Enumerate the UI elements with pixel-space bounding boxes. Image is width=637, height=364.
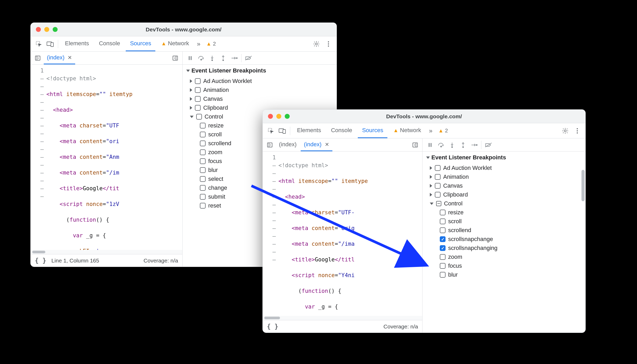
pretty-print-icon[interactable]: { } [35, 257, 46, 264]
bp-event-row[interactable]: scrollsnapchanging [422, 244, 585, 253]
breakpoints-panel[interactable]: Event Listener Breakpoints Ad Auction Wo… [422, 152, 585, 333]
code-editor[interactable]: 1––––––––––––– <!doctype html> <html ite… [263, 152, 422, 320]
checkbox[interactable] [440, 263, 446, 269]
step-out-icon[interactable] [458, 140, 468, 150]
step-into-icon[interactable] [447, 140, 457, 150]
bp-event-row[interactable]: scrollsnapchange [422, 235, 585, 244]
settings-gear-icon[interactable] [560, 126, 570, 136]
bp-category-row[interactable]: Canvas [422, 181, 585, 190]
tab-elements[interactable]: Elements [61, 36, 93, 51]
minimize-window-icon[interactable] [44, 27, 49, 32]
bp-category-row[interactable]: Control [422, 199, 585, 208]
checkbox[interactable] [435, 192, 441, 198]
checkbox[interactable] [440, 254, 446, 260]
close-window-icon[interactable] [268, 114, 273, 119]
more-tabs-chevron-icon[interactable]: » [427, 127, 435, 135]
checkbox[interactable] [435, 174, 441, 180]
horizontal-scrollbar[interactable] [263, 316, 422, 320]
checkbox[interactable] [435, 183, 441, 189]
checkbox-checked[interactable] [440, 245, 446, 251]
bp-event-row[interactable]: scrollend [422, 226, 585, 235]
checkbox[interactable] [200, 203, 206, 209]
bp-category-row[interactable]: Ad Auction Worklet [422, 164, 585, 172]
close-icon[interactable]: ✕ [68, 54, 72, 61]
checkbox[interactable] [200, 167, 206, 173]
device-toggle-icon[interactable] [45, 39, 55, 49]
checkbox[interactable] [200, 194, 206, 200]
bp-category-row[interactable]: Animation [183, 86, 337, 94]
kebab-menu-icon[interactable] [572, 126, 582, 136]
checkbox[interactable] [200, 185, 206, 191]
checkbox[interactable] [440, 219, 446, 224]
pause-icon[interactable] [185, 53, 195, 63]
checkbox[interactable] [196, 114, 202, 120]
checkbox[interactable] [195, 96, 201, 102]
checkbox[interactable] [200, 123, 206, 128]
tab-console[interactable]: Console [95, 36, 124, 51]
indeterminate-checkbox[interactable] [436, 201, 441, 206]
pretty-print-icon[interactable]: { } [267, 323, 278, 330]
step-over-icon[interactable] [436, 140, 446, 150]
tab-sources[interactable]: Sources [358, 123, 387, 138]
checkbox[interactable] [440, 210, 446, 215]
bp-category-row[interactable]: Ad Auction Worklet [183, 77, 337, 86]
step-out-icon[interactable] [218, 53, 228, 63]
bp-event-row[interactable]: blur [422, 270, 585, 279]
checkbox[interactable] [195, 87, 201, 93]
close-icon[interactable]: ✕ [325, 141, 329, 148]
checkbox[interactable] [200, 158, 206, 164]
bp-category-row[interactable]: Canvas [183, 94, 337, 103]
tab-sources[interactable]: Sources [126, 36, 155, 51]
step-icon[interactable] [469, 140, 479, 150]
event-listener-breakpoints-header[interactable]: Event Listener Breakpoints [183, 65, 337, 77]
issues-badge[interactable]: ▲ 2 [436, 128, 450, 134]
step-icon[interactable] [229, 53, 239, 63]
bp-category-row[interactable]: Animation [422, 172, 585, 181]
close-window-icon[interactable] [36, 27, 41, 32]
vertical-scrollbar[interactable] [581, 170, 585, 327]
inspect-icon[interactable] [34, 39, 44, 49]
checkbox-checked[interactable] [440, 236, 446, 242]
minimize-window-icon[interactable] [276, 114, 281, 119]
issues-badge[interactable]: ▲ 2 [204, 41, 218, 47]
bp-event-row[interactable]: zoom [422, 253, 585, 261]
bp-event-row[interactable]: scroll [422, 217, 585, 226]
checkbox[interactable] [200, 132, 206, 137]
pause-icon[interactable] [425, 140, 435, 150]
deactivate-breakpoints-icon[interactable] [484, 140, 493, 150]
tab-network[interactable]: ▲ Network [389, 123, 425, 138]
filetab-index[interactable]: (index) [276, 138, 300, 151]
bp-category-row[interactable]: Clipboard [422, 190, 585, 199]
debugger-toggle-icon[interactable] [410, 140, 420, 150]
debugger-toggle-icon[interactable] [170, 53, 180, 63]
settings-gear-icon[interactable] [311, 39, 321, 49]
checkbox[interactable] [200, 176, 206, 182]
horizontal-scrollbar[interactable] [31, 250, 182, 254]
checkbox[interactable] [440, 227, 446, 233]
device-toggle-icon[interactable] [277, 126, 287, 136]
more-tabs-chevron-icon[interactable]: » [195, 40, 202, 48]
inspect-icon[interactable] [266, 126, 276, 136]
tab-elements[interactable]: Elements [293, 123, 325, 138]
step-over-icon[interactable] [196, 53, 206, 63]
deactivate-breakpoints-icon[interactable] [244, 53, 254, 63]
step-into-icon[interactable] [207, 53, 217, 63]
tab-network[interactable]: ▲ Network [157, 36, 193, 51]
bp-event-row[interactable]: resize [422, 208, 585, 217]
zoom-window-icon[interactable] [53, 27, 58, 32]
navigator-toggle-icon[interactable] [265, 140, 275, 150]
checkbox[interactable] [440, 272, 446, 278]
kebab-menu-icon[interactable] [323, 39, 333, 49]
filetab-index-active[interactable]: (index) ✕ [301, 138, 332, 151]
zoom-window-icon[interactable] [285, 114, 290, 119]
filetab-index[interactable]: (index) ✕ [44, 52, 75, 64]
checkbox[interactable] [435, 165, 441, 171]
checkbox[interactable] [200, 141, 206, 146]
checkbox[interactable] [195, 105, 201, 111]
event-listener-breakpoints-header[interactable]: Event Listener Breakpoints [422, 152, 585, 164]
tab-console[interactable]: Console [327, 123, 356, 138]
code-editor[interactable]: 1–––––––––––––––– <!doctype html> <html … [31, 65, 182, 254]
checkbox[interactable] [195, 78, 201, 84]
checkbox[interactable] [200, 149, 206, 155]
bp-event-row[interactable]: focus [422, 261, 585, 270]
